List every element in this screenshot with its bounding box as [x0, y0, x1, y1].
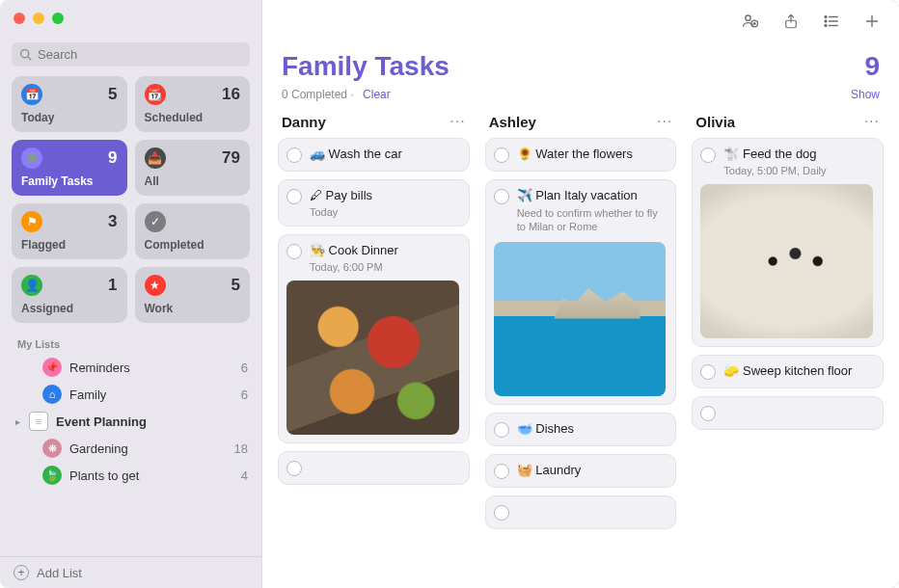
list-row-reminders[interactable]: ▸ 📌 Reminders 6 — [0, 354, 261, 381]
card-count: 9 — [108, 148, 117, 168]
column-danny: Danny ··· 🚙 Wash the car 🖊 Pay bills Tod… — [278, 113, 470, 573]
main-content: Family Tasks 9 0 Completed · Clear Show … — [262, 0, 899, 588]
add-list-button[interactable]: + Add List — [0, 556, 261, 588]
new-task-placeholder[interactable] — [485, 495, 677, 529]
smart-list-card-all[interactable]: 📥 79 All — [135, 140, 251, 196]
smart-list-card-assigned[interactable]: 👤 1 Assigned — [12, 267, 127, 323]
card-label: All — [145, 174, 241, 188]
task-image[interactable] — [494, 242, 667, 396]
smart-list-card-completed[interactable]: ✓ Completed — [135, 203, 251, 259]
toolbar — [262, 0, 899, 43]
task-item[interactable]: 🚙 Wash the car — [278, 138, 470, 172]
sidebar: 📅 5 Today 📆 16 Scheduled ✳️ 9 Family Tas… — [0, 0, 262, 588]
close-window-button[interactable] — [14, 13, 25, 24]
new-task-placeholder[interactable] — [278, 451, 470, 485]
task-title[interactable]: 🧺 Laundry — [517, 463, 582, 479]
list-icon: ⌂ — [42, 385, 62, 404]
task-item[interactable]: 🌻 Water the flowers — [485, 138, 677, 172]
task-image[interactable] — [700, 184, 873, 338]
smart-list-card-scheduled[interactable]: 📆 16 Scheduled — [135, 76, 251, 132]
new-task-placeholder[interactable] — [692, 396, 884, 430]
smart-list-card-today[interactable]: 📅 5 Today — [12, 76, 127, 132]
task-complete-radio[interactable] — [494, 189, 509, 204]
list-title: Family Tasks — [282, 51, 450, 82]
card-count: 79 — [222, 148, 240, 168]
plus-icon — [863, 13, 881, 30]
task-item[interactable]: 👨‍🍳 Cook Dinner Today, 6:00 PM — [278, 234, 470, 443]
list-name: Gardening — [69, 441, 234, 456]
task-complete-radio[interactable] — [494, 147, 509, 163]
svg-point-5 — [825, 16, 827, 18]
task-title[interactable]: ✈️ Plan Italy vacation — [517, 188, 638, 204]
list-count: 18 — [234, 441, 248, 456]
fullscreen-window-button[interactable] — [52, 13, 64, 24]
list-name: Reminders — [69, 361, 241, 375]
list-row-event-planning[interactable]: ▸ ≡ Event Planning — [0, 408, 261, 435]
view-options-button[interactable] — [820, 10, 843, 33]
task-title[interactable]: 👨‍🍳 Cook Dinner — [310, 243, 398, 259]
task-title[interactable]: 🥣 Dishes — [517, 421, 574, 438]
list-row-family[interactable]: ▸ ⌂ Family 6 — [0, 381, 261, 408]
task-radio[interactable] — [700, 406, 716, 421]
clear-completed-button[interactable]: Clear — [363, 88, 391, 101]
smart-list-card-flagged[interactable]: ⚑ 3 Flagged — [12, 203, 127, 259]
task-item[interactable]: 🐩 Feed the dog Today, 5:00 PM, Daily — [692, 138, 884, 347]
task-item[interactable]: 🥣 Dishes — [485, 413, 677, 446]
task-complete-radio[interactable] — [494, 422, 509, 438]
list-row-plants-to-get[interactable]: ▸ 🍃 Plants to get 4 — [0, 462, 261, 489]
list-name: Family — [69, 388, 241, 402]
list-icon: ≡ — [29, 412, 48, 431]
task-title[interactable]: 🧽 Sweep kitchen floor — [723, 363, 852, 380]
task-complete-radio[interactable] — [700, 364, 716, 380]
task-item[interactable]: ✈️ Plan Italy vacation Need to confirm w… — [485, 179, 677, 405]
column-name: Olivia — [695, 114, 735, 130]
task-complete-radio[interactable] — [286, 189, 302, 204]
task-meta: Today, 6:00 PM — [286, 261, 459, 273]
list-name: Plants to get — [69, 468, 241, 483]
svg-point-0 — [21, 50, 29, 58]
card-count: 3 — [108, 212, 117, 231]
task-title[interactable]: 🚙 Wash the car — [310, 147, 402, 163]
task-item[interactable]: 🖊 Pay bills Today — [278, 179, 470, 227]
task-radio[interactable] — [286, 461, 302, 476]
collaborate-button[interactable] — [739, 10, 762, 33]
column-name: Danny — [282, 114, 326, 130]
minimize-window-button[interactable] — [33, 13, 44, 24]
mylists-header: My Lists — [0, 333, 261, 354]
task-image[interactable] — [286, 281, 459, 435]
svg-point-7 — [825, 20, 827, 22]
column-olivia: Olivia ··· 🐩 Feed the dog Today, 5:00 PM… — [692, 113, 884, 573]
share-button[interactable] — [779, 10, 803, 33]
task-title[interactable]: 🖊 Pay bills — [310, 188, 372, 204]
card-icon: ⚑ — [21, 211, 42, 232]
show-completed-button[interactable]: Show — [851, 88, 880, 101]
new-reminder-button[interactable] — [860, 10, 884, 33]
disclosure-icon[interactable]: ▸ — [15, 416, 27, 427]
task-radio[interactable] — [494, 505, 509, 521]
list-row-gardening[interactable]: ▸ ❋ Gardening 18 — [0, 435, 261, 462]
search-input[interactable] — [38, 47, 242, 62]
list-icon: ❋ — [42, 439, 62, 458]
smart-list-card-work[interactable]: ★ 5 Work — [135, 267, 251, 323]
task-title[interactable]: 🐩 Feed the dog — [723, 147, 816, 163]
card-count: 1 — [108, 276, 117, 295]
column-menu-button[interactable]: ··· — [450, 113, 465, 130]
card-icon: ✓ — [145, 211, 166, 232]
search-icon — [19, 48, 32, 61]
task-complete-radio[interactable] — [286, 244, 302, 259]
task-complete-radio[interactable] — [494, 464, 509, 479]
list-count: 6 — [241, 388, 248, 402]
task-title[interactable]: 🌻 Water the flowers — [517, 147, 633, 163]
task-complete-radio[interactable] — [286, 147, 302, 163]
smart-list-card-family-tasks[interactable]: ✳️ 9 Family Tasks — [12, 140, 127, 196]
task-item[interactable]: 🧽 Sweep kitchen floor — [692, 355, 884, 388]
card-label: Flagged — [21, 238, 118, 252]
card-count: 16 — [222, 85, 240, 104]
task-complete-radio[interactable] — [700, 147, 716, 163]
share-icon — [782, 12, 800, 31]
completed-summary: 0 Completed · Clear — [282, 88, 391, 101]
search-field[interactable] — [12, 42, 250, 67]
task-item[interactable]: 🧺 Laundry — [485, 454, 677, 488]
column-menu-button[interactable]: ··· — [657, 113, 672, 130]
column-menu-button[interactable]: ··· — [864, 113, 880, 130]
